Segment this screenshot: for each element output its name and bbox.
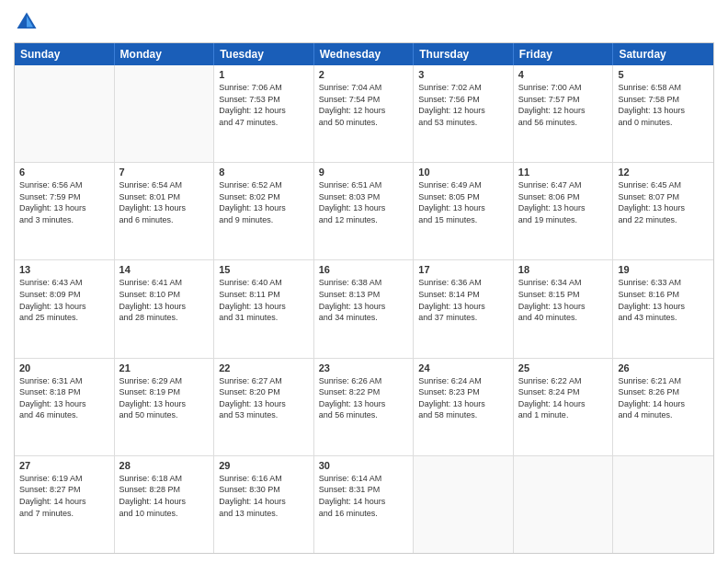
- day-info: Sunrise: 7:00 AM Sunset: 7:57 PM Dayligh…: [518, 82, 609, 128]
- day-cell-1: 1Sunrise: 7:06 AM Sunset: 7:53 PM Daylig…: [214, 65, 314, 162]
- day-info: Sunrise: 7:02 AM Sunset: 7:56 PM Dayligh…: [418, 82, 508, 128]
- day-cell-5: 5Sunrise: 6:58 AM Sunset: 7:58 PM Daylig…: [613, 65, 713, 162]
- day-cell-8: 8Sunrise: 6:52 AM Sunset: 8:02 PM Daylig…: [214, 163, 314, 259]
- header: [14, 9, 714, 35]
- day-cell-28: 28Sunrise: 6:18 AM Sunset: 8:28 PM Dayli…: [115, 456, 215, 553]
- day-cell-15: 15Sunrise: 6:40 AM Sunset: 8:11 PM Dayli…: [214, 260, 314, 357]
- day-info: Sunrise: 6:16 AM Sunset: 8:30 PM Dayligh…: [219, 473, 309, 519]
- day-info: Sunrise: 7:04 AM Sunset: 7:54 PM Dayligh…: [319, 82, 409, 128]
- header-day-wednesday: Wednesday: [314, 43, 415, 65]
- header-day-sunday: Sunday: [15, 43, 115, 65]
- day-number: 11: [518, 167, 609, 178]
- day-number: 15: [219, 264, 309, 275]
- page: SundayMondayTuesdayWednesdayThursdayFrid…: [0, 0, 728, 563]
- day-number: 5: [618, 69, 709, 80]
- day-cell-18: 18Sunrise: 6:34 AM Sunset: 8:15 PM Dayli…: [514, 260, 614, 357]
- day-number: 25: [518, 362, 609, 373]
- day-info: Sunrise: 6:29 AM Sunset: 8:19 PM Dayligh…: [119, 375, 210, 421]
- empty-cell: [613, 456, 713, 553]
- day-cell-21: 21Sunrise: 6:29 AM Sunset: 8:19 PM Dayli…: [115, 359, 215, 455]
- day-number: 1: [219, 69, 309, 80]
- day-number: 21: [119, 362, 210, 373]
- calendar-week-4: 20Sunrise: 6:31 AM Sunset: 8:18 PM Dayli…: [15, 359, 713, 456]
- day-info: Sunrise: 6:58 AM Sunset: 7:58 PM Dayligh…: [618, 82, 709, 128]
- day-cell-13: 13Sunrise: 6:43 AM Sunset: 8:09 PM Dayli…: [15, 260, 115, 357]
- calendar-week-5: 27Sunrise: 6:19 AM Sunset: 8:27 PM Dayli…: [15, 456, 713, 553]
- day-info: Sunrise: 6:21 AM Sunset: 8:26 PM Dayligh…: [618, 375, 709, 421]
- day-info: Sunrise: 6:22 AM Sunset: 8:24 PM Dayligh…: [518, 375, 609, 421]
- day-info: Sunrise: 7:06 AM Sunset: 7:53 PM Dayligh…: [219, 82, 309, 128]
- day-cell-7: 7Sunrise: 6:54 AM Sunset: 8:01 PM Daylig…: [115, 163, 215, 259]
- day-cell-6: 6Sunrise: 6:56 AM Sunset: 7:59 PM Daylig…: [15, 163, 115, 259]
- logo: [14, 9, 43, 35]
- day-number: 2: [319, 69, 409, 80]
- calendar-body: 1Sunrise: 7:06 AM Sunset: 7:53 PM Daylig…: [15, 65, 713, 553]
- day-cell-12: 12Sunrise: 6:45 AM Sunset: 8:07 PM Dayli…: [613, 163, 713, 259]
- day-number: 14: [119, 264, 210, 275]
- empty-cell: [514, 456, 614, 553]
- day-info: Sunrise: 6:27 AM Sunset: 8:20 PM Dayligh…: [219, 375, 309, 421]
- header-day-tuesday: Tuesday: [214, 43, 314, 65]
- calendar: SundayMondayTuesdayWednesdayThursdayFrid…: [14, 42, 714, 554]
- day-cell-23: 23Sunrise: 6:26 AM Sunset: 8:22 PM Dayli…: [314, 359, 415, 455]
- day-number: 19: [618, 264, 709, 275]
- day-info: Sunrise: 6:52 AM Sunset: 8:02 PM Dayligh…: [219, 179, 309, 225]
- empty-cell: [115, 65, 215, 162]
- day-info: Sunrise: 6:51 AM Sunset: 8:03 PM Dayligh…: [319, 179, 409, 225]
- day-number: 7: [119, 167, 210, 178]
- empty-cell: [15, 65, 115, 162]
- day-cell-9: 9Sunrise: 6:51 AM Sunset: 8:03 PM Daylig…: [314, 163, 415, 259]
- header-day-monday: Monday: [115, 43, 215, 65]
- day-info: Sunrise: 6:40 AM Sunset: 8:11 PM Dayligh…: [219, 277, 309, 323]
- calendar-week-3: 13Sunrise: 6:43 AM Sunset: 8:09 PM Dayli…: [15, 260, 713, 358]
- day-cell-4: 4Sunrise: 7:00 AM Sunset: 7:57 PM Daylig…: [514, 65, 614, 162]
- day-cell-22: 22Sunrise: 6:27 AM Sunset: 8:20 PM Dayli…: [214, 359, 314, 455]
- day-info: Sunrise: 6:54 AM Sunset: 8:01 PM Dayligh…: [119, 179, 210, 225]
- day-cell-16: 16Sunrise: 6:38 AM Sunset: 8:13 PM Dayli…: [314, 260, 415, 357]
- day-cell-17: 17Sunrise: 6:36 AM Sunset: 8:14 PM Dayli…: [414, 260, 514, 357]
- day-number: 8: [219, 167, 309, 178]
- day-info: Sunrise: 6:47 AM Sunset: 8:06 PM Dayligh…: [518, 179, 609, 225]
- day-number: 12: [618, 167, 709, 178]
- day-cell-20: 20Sunrise: 6:31 AM Sunset: 8:18 PM Dayli…: [15, 359, 115, 455]
- day-number: 4: [518, 69, 609, 80]
- day-info: Sunrise: 6:36 AM Sunset: 8:14 PM Dayligh…: [418, 277, 508, 323]
- day-number: 28: [119, 460, 210, 471]
- calendar-week-2: 6Sunrise: 6:56 AM Sunset: 7:59 PM Daylig…: [15, 163, 713, 260]
- calendar-header-row: SundayMondayTuesdayWednesdayThursdayFrid…: [15, 43, 713, 65]
- day-info: Sunrise: 6:33 AM Sunset: 8:16 PM Dayligh…: [618, 277, 709, 323]
- day-cell-29: 29Sunrise: 6:16 AM Sunset: 8:30 PM Dayli…: [214, 456, 314, 553]
- day-number: 13: [19, 264, 109, 275]
- day-cell-27: 27Sunrise: 6:19 AM Sunset: 8:27 PM Dayli…: [15, 456, 115, 553]
- day-number: 17: [418, 264, 508, 275]
- day-cell-14: 14Sunrise: 6:41 AM Sunset: 8:10 PM Dayli…: [115, 260, 215, 357]
- day-number: 22: [219, 362, 309, 373]
- day-info: Sunrise: 6:49 AM Sunset: 8:05 PM Dayligh…: [418, 179, 508, 225]
- header-day-thursday: Thursday: [414, 43, 514, 65]
- day-number: 3: [418, 69, 508, 80]
- day-number: 30: [319, 460, 409, 471]
- day-number: 27: [19, 460, 109, 471]
- day-number: 29: [219, 460, 309, 471]
- day-number: 20: [19, 362, 109, 373]
- day-info: Sunrise: 6:56 AM Sunset: 7:59 PM Dayligh…: [19, 179, 109, 225]
- header-day-friday: Friday: [514, 43, 614, 65]
- day-cell-30: 30Sunrise: 6:14 AM Sunset: 8:31 PM Dayli…: [314, 456, 415, 553]
- day-info: Sunrise: 6:26 AM Sunset: 8:22 PM Dayligh…: [319, 375, 409, 421]
- day-cell-24: 24Sunrise: 6:24 AM Sunset: 8:23 PM Dayli…: [414, 359, 514, 455]
- empty-cell: [414, 456, 514, 553]
- calendar-week-1: 1Sunrise: 7:06 AM Sunset: 7:53 PM Daylig…: [15, 65, 713, 163]
- day-info: Sunrise: 6:34 AM Sunset: 8:15 PM Dayligh…: [518, 277, 609, 323]
- day-info: Sunrise: 6:14 AM Sunset: 8:31 PM Dayligh…: [319, 473, 409, 519]
- day-number: 10: [418, 167, 508, 178]
- day-info: Sunrise: 6:45 AM Sunset: 8:07 PM Dayligh…: [618, 179, 709, 225]
- day-number: 26: [618, 362, 709, 373]
- day-number: 24: [418, 362, 508, 373]
- day-number: 18: [518, 264, 609, 275]
- day-cell-10: 10Sunrise: 6:49 AM Sunset: 8:05 PM Dayli…: [414, 163, 514, 259]
- day-number: 6: [19, 167, 109, 178]
- day-cell-3: 3Sunrise: 7:02 AM Sunset: 7:56 PM Daylig…: [414, 65, 514, 162]
- day-number: 23: [319, 362, 409, 373]
- day-cell-25: 25Sunrise: 6:22 AM Sunset: 8:24 PM Dayli…: [514, 359, 614, 455]
- day-info: Sunrise: 6:24 AM Sunset: 8:23 PM Dayligh…: [418, 375, 508, 421]
